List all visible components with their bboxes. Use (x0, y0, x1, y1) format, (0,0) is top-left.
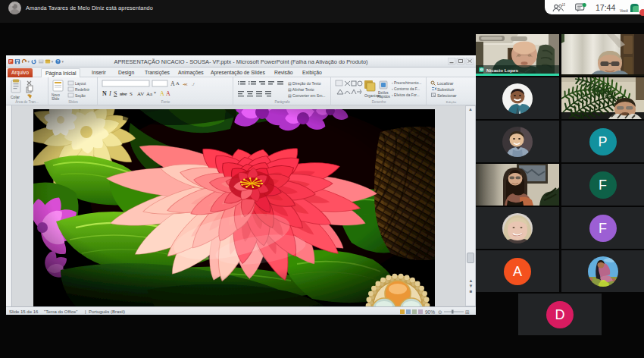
svg-text:Redefinir: Redefinir (75, 88, 90, 92)
svg-text:Layout: Layout (75, 82, 86, 86)
svg-text:Substituir: Substituir (437, 87, 455, 92)
svg-text:A: A (166, 90, 170, 97)
svg-text:Localizar: Localizar (437, 81, 454, 86)
svg-text:⊞: ⊞ (465, 309, 470, 315)
svg-text:▫ Efeitos da For...: ▫ Efeitos da For... (392, 93, 420, 97)
svg-text:AV: AV (137, 91, 144, 97)
svg-text:N: N (102, 90, 107, 97)
svg-text:▤ Alinhar Texto: ▤ Alinhar Texto (288, 87, 314, 92)
svg-text:Selecionar: Selecionar (437, 93, 457, 98)
svg-text:▾: ▾ (154, 90, 156, 95)
svg-text:90%: 90% (425, 309, 435, 315)
svg-text:⍻: ⍻ (192, 81, 195, 86)
svg-text:I: I (108, 90, 111, 97)
svg-text:A: A (176, 80, 180, 86)
svg-text:A: A (170, 80, 175, 87)
svg-text:S: S (114, 90, 117, 97)
svg-text:▤ Direção do Texto: ▤ Direção do Texto (288, 81, 321, 86)
svg-text:Rápidos: Rápidos (377, 95, 391, 99)
svg-text:⊝: ⊝ (438, 309, 442, 315)
svg-text:Nicacio Lopes: Nicacio Lopes (486, 68, 519, 73)
svg-text:▤ Converter em Sm...: ▤ Converter em Sm... (288, 93, 325, 98)
svg-text:abc: abc (120, 91, 127, 97)
svg-text:A: A (160, 90, 164, 97)
svg-text:S: S (130, 91, 133, 97)
svg-text:Aa: Aa (146, 91, 153, 97)
svg-text:Colar: Colar (11, 95, 20, 99)
svg-text:▫ Contorno da F...: ▫ Contorno da F... (392, 87, 420, 91)
svg-text:▫ Preenchimento...: ▫ Preenchimento... (392, 81, 421, 85)
svg-text:⪻: ⪻ (183, 81, 188, 87)
svg-text:Seção: Seção (75, 94, 86, 98)
svg-text:15: 15 (562, 3, 566, 7)
